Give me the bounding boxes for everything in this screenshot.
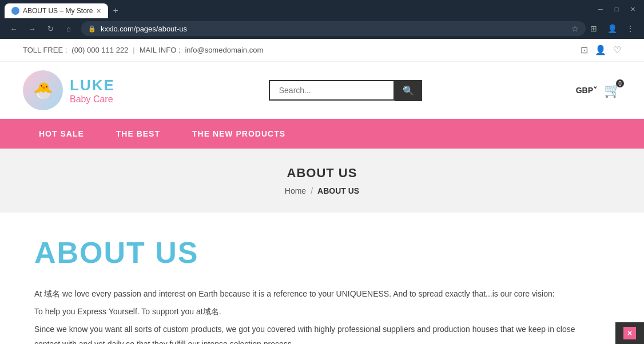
about-heading: ABOUT US (34, 235, 595, 270)
url-bar[interactable]: 🔒 ☆ (81, 21, 586, 36)
toll-free-label: TOLL FREE : (23, 46, 67, 54)
tab-close-button[interactable]: ✕ (96, 7, 101, 15)
extensions-button[interactable]: ⊞ (586, 21, 602, 37)
search-area: 🔍 (269, 80, 422, 101)
forward-button[interactable]: → (24, 21, 40, 37)
logo-text: LUKE Baby Care (70, 77, 115, 105)
search-input[interactable] (269, 80, 395, 101)
tab-title: ABOUT US – My Store (23, 7, 93, 15)
nav-new-products[interactable]: THE NEW PRODUCTS (176, 119, 301, 149)
breadcrumb-separator: / (311, 186, 313, 195)
cart-count: 0 (616, 79, 624, 87)
nav-the-best[interactable]: THE BEST (100, 119, 176, 149)
currency-cart-area: GBP˅ 🛒 0 (576, 82, 621, 98)
wishlist-icon[interactable]: ♡ (613, 45, 621, 55)
reload-button[interactable]: ↻ (42, 21, 58, 37)
breadcrumb-current: ABOUT US (317, 186, 359, 195)
security-icon: 🔒 (88, 25, 96, 33)
maximize-button[interactable]: □ (611, 3, 622, 15)
url-input[interactable] (101, 25, 567, 33)
browser-tab[interactable]: ABOUT US – My Store ✕ (5, 3, 108, 18)
about-para-1: At 域名 we love every passion and interest… (34, 287, 595, 301)
new-tab-button[interactable]: + (108, 3, 122, 18)
search-button[interactable]: 🔍 (395, 80, 422, 101)
about-para-2: To help you Express Yourself. To support… (34, 305, 595, 319)
cookie-bar: × (615, 322, 644, 344)
minimize-button[interactable]: ─ (595, 3, 606, 15)
tab-favicon (11, 7, 19, 15)
profile-button[interactable]: 👤 (604, 21, 620, 37)
breadcrumb-home[interactable]: Home (285, 186, 306, 195)
divider: | (133, 46, 134, 54)
close-window-button[interactable]: ✕ (627, 3, 638, 15)
breadcrumb: Home / ABOUT US (11, 186, 633, 195)
logo-tagline: Baby Care (70, 94, 115, 105)
page-banner: ABOUT US Home / ABOUT US (0, 149, 644, 213)
back-button[interactable]: ← (6, 21, 22, 37)
window-controls: ─ □ ✕ (595, 3, 638, 15)
top-bar: TOLL FREE : (00) 000 111 222 | MAIL INFO… (0, 39, 644, 62)
browser-menu-button[interactable]: ⋮ (622, 21, 638, 37)
compare-icon[interactable]: ⊡ (581, 45, 588, 55)
logo-brand-name: LUKE (70, 77, 115, 94)
address-bar-row: ← → ↻ ⌂ 🔒 ☆ ⊞ 👤 ⋮ (0, 18, 644, 39)
about-para-3: Since we know you want all sorts of cust… (34, 322, 595, 344)
contact-info: TOLL FREE : (00) 000 111 222 | MAIL INFO… (23, 46, 263, 54)
main-nav: HOT SALE THE BEST THE NEW PRODUCTS (0, 119, 644, 149)
site-header: 🐣 LUKE Baby Care 🔍 GBP˅ 🛒 0 (0, 62, 644, 119)
page-title: ABOUT US (11, 166, 633, 181)
home-button[interactable]: ⌂ (61, 21, 77, 37)
toll-free-number: (00) 000 111 222 (71, 46, 128, 54)
top-bar-icons: ⊡ 👤 ♡ (581, 45, 621, 55)
account-icon[interactable]: 👤 (595, 45, 606, 55)
currency-selector[interactable]: GBP˅ (576, 86, 597, 95)
bookmark-icon[interactable]: ☆ (571, 24, 579, 33)
cookie-close-button[interactable]: × (623, 327, 636, 339)
mail-label: MAIL INFO : (140, 46, 181, 54)
mail-email: info@somedomain.com (185, 46, 263, 54)
main-content: ABOUT US At 域名 we love every passion and… (0, 213, 629, 344)
cart-button[interactable]: 🛒 0 (604, 82, 621, 98)
browser-action-icons: ⊞ 👤 ⋮ (586, 21, 638, 37)
logo-image: 🐣 (23, 70, 63, 110)
nav-hot-sale[interactable]: HOT SALE (23, 119, 100, 149)
logo-icon: 🐣 (33, 81, 53, 100)
logo-area: 🐣 LUKE Baby Care (23, 70, 115, 110)
